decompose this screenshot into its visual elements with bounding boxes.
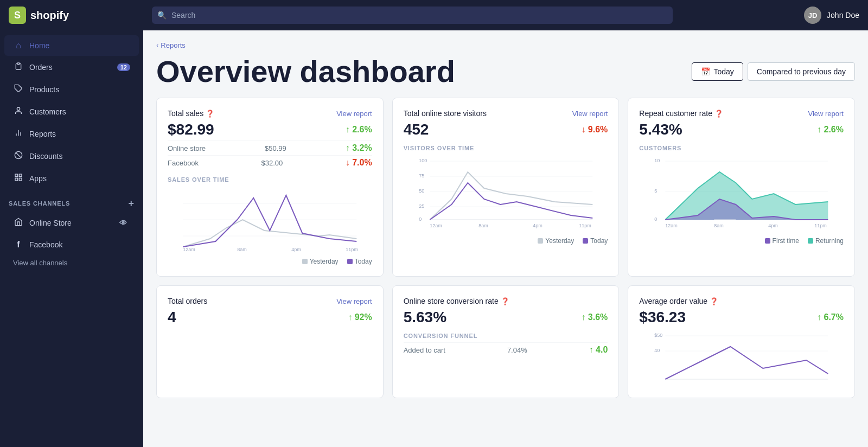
user-name: John Doe bbox=[827, 11, 859, 20]
avg-order-value-header: Average order value ❓ bbox=[639, 297, 844, 305]
legend-today: Today bbox=[347, 258, 372, 265]
sidebar-item-orders[interactable]: Orders 12 bbox=[4, 56, 139, 78]
breadcrumb-arrow: ‹ bbox=[156, 41, 158, 49]
repeat-customer-view-report[interactable]: View report bbox=[808, 110, 844, 118]
discounts-icon bbox=[13, 151, 24, 162]
page-title-row: Overview dashboard 📅 Today Compared to p… bbox=[156, 54, 855, 89]
total-visitors-change: ↓ 9.6% bbox=[581, 125, 608, 135]
sidebar-item-products[interactable]: Products bbox=[4, 79, 139, 100]
conversion-funnel-label: CONVERSION FUNNEL bbox=[404, 333, 608, 339]
breadcrumb[interactable]: ‹ Reports bbox=[156, 41, 855, 49]
user-area: JD John Doe bbox=[804, 7, 859, 24]
conversion-rate-help-icon[interactable]: ❓ bbox=[501, 297, 509, 305]
svg-text:12am: 12am bbox=[430, 223, 442, 228]
svg-text:100: 100 bbox=[419, 158, 427, 163]
conversion-rate-card: Online store conversion rate ❓ 5.63% ↑ 3… bbox=[392, 285, 620, 398]
sidebar-item-facebook[interactable]: f Facebook bbox=[4, 234, 139, 255]
total-sales-card: Total sales ❓ View report $82.99 ↑ 2.6% … bbox=[156, 98, 384, 277]
avg-order-chart-container: $50 40 bbox=[639, 330, 844, 387]
sales-chart-legend: Yesterday Today bbox=[168, 258, 372, 265]
svg-point-2 bbox=[17, 107, 20, 110]
sidebar-label-online-store: Online Store bbox=[29, 219, 72, 227]
orders-badge: 12 bbox=[117, 63, 130, 71]
sidebar-item-customers[interactable]: Customers bbox=[4, 101, 139, 123]
svg-text:0: 0 bbox=[655, 216, 658, 222]
compare-button[interactable]: Compared to previous day bbox=[748, 62, 855, 81]
svg-text:12am: 12am bbox=[183, 247, 195, 252]
conversion-rate-value: 5.63% ↑ 3.6% bbox=[404, 309, 608, 326]
orders-icon bbox=[13, 62, 24, 73]
svg-text:4pm: 4pm bbox=[769, 223, 778, 228]
svg-text:25: 25 bbox=[419, 203, 424, 209]
svg-text:11pm: 11pm bbox=[346, 247, 358, 252]
logo-area: S shopify bbox=[9, 7, 152, 24]
total-sales-header: Total sales ❓ View report bbox=[168, 109, 372, 118]
sidebar-item-discounts[interactable]: Discounts bbox=[4, 145, 139, 167]
svg-text:4pm: 4pm bbox=[533, 223, 542, 228]
repeat-customer-change: ↑ 2.6% bbox=[817, 125, 844, 135]
search-icon: 🔍 bbox=[157, 11, 167, 20]
total-visitors-card: Total online store visitors View report … bbox=[392, 98, 620, 277]
total-orders-view-report[interactable]: View report bbox=[336, 297, 372, 305]
svg-text:50: 50 bbox=[419, 188, 424, 194]
customers-chart: 10 5 0 bbox=[639, 156, 844, 232]
svg-text:4pm: 4pm bbox=[291, 247, 301, 252]
total-sales-sub-facebook: Facebook $32.00 ↓ 7.0% bbox=[168, 155, 372, 170]
avatar: JD bbox=[804, 7, 821, 24]
customers-chart-label: CUSTOMERS bbox=[639, 145, 844, 151]
sidebar-item-home[interactable]: ⌂ Home bbox=[4, 35, 139, 56]
avg-order-value-title: Average order value ❓ bbox=[639, 297, 718, 305]
svg-text:8am: 8am bbox=[237, 247, 247, 252]
repeat-customer-title: Repeat customer rate ❓ bbox=[639, 109, 723, 118]
total-orders-card: Total orders View report 4 ↑ 92% bbox=[156, 285, 384, 398]
visitors-over-time-label: VISITORS OVER TIME bbox=[404, 145, 608, 151]
visitors-chart: 100 75 50 25 0 bbox=[404, 156, 608, 232]
avg-order-chart: $50 40 bbox=[639, 330, 844, 385]
svg-text:8am: 8am bbox=[714, 223, 724, 228]
facebook-icon: f bbox=[13, 240, 24, 250]
avg-order-value-change: ↑ 6.7% bbox=[817, 312, 844, 322]
repeat-customer-help-icon[interactable]: ❓ bbox=[714, 110, 723, 118]
breadcrumb-text: Reports bbox=[161, 41, 186, 49]
total-sales-sub-online: Online store $50.99 ↑ 3.2% bbox=[168, 141, 372, 155]
view-all-channels[interactable]: View all channels bbox=[4, 256, 139, 270]
sales-chart-container: 12am 8am 4pm 11pm Yesterday Today bbox=[168, 187, 372, 265]
conversion-rate-title: Online store conversion rate ❓ bbox=[404, 297, 509, 305]
top-nav: S shopify 🔍 JD John Doe bbox=[0, 0, 868, 30]
online-store-eye-icon[interactable]: 👁 bbox=[116, 218, 130, 228]
today-button[interactable]: 📅 Today bbox=[692, 62, 743, 81]
svg-text:0: 0 bbox=[419, 216, 422, 222]
sidebar-item-online-store[interactable]: Online Store 👁 bbox=[4, 212, 139, 234]
sales-channels-section: SALES CHANNELS + bbox=[0, 190, 143, 212]
sidebar-label-discounts: Discounts bbox=[29, 152, 62, 161]
apps-icon bbox=[13, 173, 24, 184]
calendar-icon: 📅 bbox=[701, 67, 710, 76]
shopify-logo-icon: S bbox=[9, 7, 26, 24]
sidebar-item-reports[interactable]: Reports bbox=[4, 123, 139, 145]
visitors-legend-yesterday: Yesterday bbox=[538, 237, 574, 245]
svg-rect-11 bbox=[15, 178, 18, 181]
svg-text:5: 5 bbox=[655, 188, 658, 194]
total-visitors-view-report[interactable]: View report bbox=[572, 110, 608, 118]
total-visitors-value: 452 ↓ 9.6% bbox=[404, 121, 608, 138]
total-sales-view-report[interactable]: View report bbox=[336, 110, 372, 118]
search-input[interactable] bbox=[152, 7, 673, 24]
customers-chart-container: 10 5 0 bbox=[639, 156, 844, 245]
svg-line-7 bbox=[16, 152, 21, 157]
sidebar-item-apps[interactable]: Apps bbox=[4, 168, 139, 189]
date-controls: 📅 Today Compared to previous day bbox=[692, 62, 855, 81]
svg-text:40: 40 bbox=[655, 348, 660, 353]
sales-channels-label: SALES CHANNELS bbox=[9, 200, 70, 207]
legend-yesterday: Yesterday bbox=[302, 258, 339, 265]
avg-order-value-value: $36.23 ↑ 6.7% bbox=[639, 309, 844, 326]
avg-order-value-help-icon[interactable]: ❓ bbox=[710, 297, 718, 305]
svg-text:10: 10 bbox=[655, 158, 660, 163]
total-sales-help-icon[interactable]: ❓ bbox=[206, 110, 214, 118]
logo-text: shopify bbox=[30, 9, 69, 22]
search-bar[interactable]: 🔍 bbox=[152, 7, 673, 24]
total-visitors-header: Total online store visitors View report bbox=[404, 109, 608, 118]
svg-text:12am: 12am bbox=[666, 223, 678, 228]
compare-label: Compared to previous day bbox=[757, 67, 846, 76]
add-channel-button[interactable]: + bbox=[129, 199, 135, 208]
repeat-customer-header: Repeat customer rate ❓ View report bbox=[639, 109, 844, 118]
